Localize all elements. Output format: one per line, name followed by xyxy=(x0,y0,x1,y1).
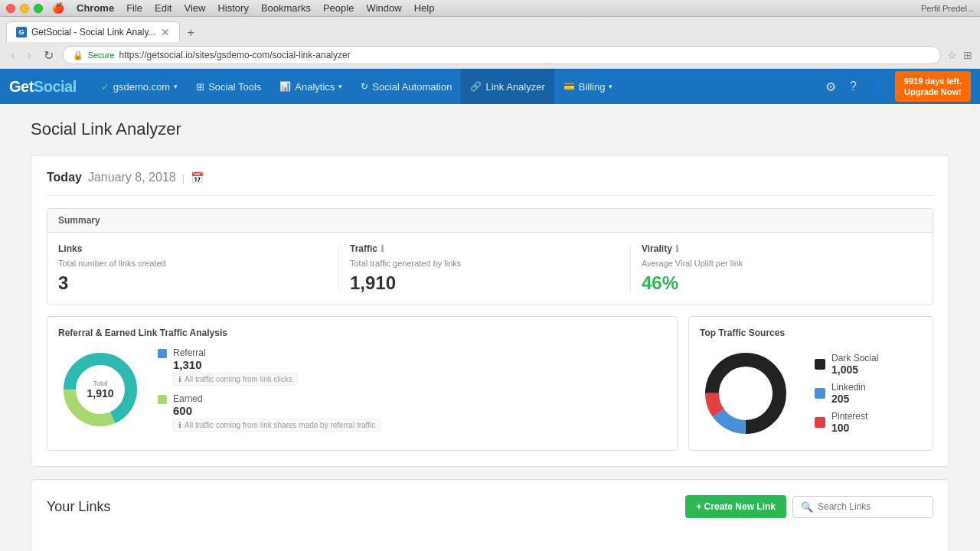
nav-item-gsdemo[interactable]: ✓ gsdemo.com ▾ xyxy=(92,69,187,104)
forward-button[interactable]: › xyxy=(24,47,34,64)
titlebar: 🍎 Chrome File Edit View History Bookmark… xyxy=(0,0,980,17)
menu-people[interactable]: People xyxy=(323,2,354,14)
nav-item-billing[interactable]: 💳 Billing ▾ xyxy=(554,69,622,104)
menu-bar: 🍎 Chrome File Edit View History Bookmark… xyxy=(52,2,434,14)
metric-traffic-label: Traffic ℹ xyxy=(350,243,619,254)
nav-billing-icon: 💳 xyxy=(564,81,575,92)
virality-help-icon[interactable]: ℹ xyxy=(675,243,679,254)
extensions-icon[interactable]: ⊞ xyxy=(963,49,972,61)
url-bar[interactable]: 🔒 Secure https://getsocial.io/sites/gsde… xyxy=(63,46,941,64)
earned-tooltip[interactable]: ℹ All traffic coming from link shares ma… xyxy=(173,419,381,432)
referral-donut: Total 1,910 xyxy=(58,347,142,432)
pinterest-dot xyxy=(815,417,825,428)
profile-name: Perfil Predel... xyxy=(921,4,974,13)
dark-social-name: Dark Social xyxy=(831,353,878,364)
help-icon[interactable]: ? xyxy=(845,75,861,98)
menu-file[interactable]: File xyxy=(126,2,142,14)
nav-billing-label: Billing xyxy=(579,81,606,93)
info-icon-earned: ℹ xyxy=(178,421,181,429)
minimize-button[interactable] xyxy=(20,4,29,13)
nav-social-tools-label: Social Tools xyxy=(208,81,261,93)
close-button[interactable] xyxy=(6,4,15,13)
maximize-button[interactable] xyxy=(34,4,43,13)
traffic-sources-title: Top Traffic Sources xyxy=(700,328,922,338)
upgrade-button[interactable]: 9919 days left. Upgrade Now! xyxy=(895,71,971,103)
your-links-card: Your Links + Create New Link 🔍 xyxy=(31,479,949,551)
reload-button[interactable]: ↻ xyxy=(41,47,57,64)
menu-edit[interactable]: Edit xyxy=(155,2,172,14)
legend-item-referral: Referral 1,310 ℹ All traffic coming from… xyxy=(158,347,381,386)
active-tab[interactable]: G GetSocial - Social Link Analy... ✕ xyxy=(6,21,180,42)
search-icon: 🔍 xyxy=(801,501,813,513)
tab-close-button[interactable]: ✕ xyxy=(161,26,170,38)
pinterest-value: 100 xyxy=(831,422,867,434)
svg-point-8 xyxy=(723,370,769,416)
window-controls[interactable] xyxy=(6,4,43,13)
your-links-title: Your Links xyxy=(47,499,110,515)
metric-links-value: 3 xyxy=(58,272,328,294)
search-links-box[interactable]: 🔍 xyxy=(792,496,933,518)
date-header: Today January 8, 2018 | 📅 xyxy=(47,171,933,196)
page-content: Social Link Analyzer Today January 8, 20… xyxy=(0,104,980,551)
traffic-sources-card: Top Traffic Sources xyxy=(688,316,933,451)
summary-metrics: Links Total number of links created 3 Tr… xyxy=(47,233,933,305)
tab-favicon: G xyxy=(16,27,27,37)
app-nav: GetSocial ✓ gsdemo.com ▾ ⊞ Social Tools … xyxy=(0,69,980,104)
tab-title: GetSocial - Social Link Analy... xyxy=(31,27,156,37)
nav-analytics-icon: 📊 xyxy=(279,81,291,92)
menu-history[interactable]: History xyxy=(217,2,248,14)
date-separator: | xyxy=(182,172,185,184)
calendar-icon[interactable]: 📅 xyxy=(191,171,204,184)
traffic-dark-social: Dark Social 1,005 xyxy=(815,353,878,376)
menu-chrome[interactable]: Chrome xyxy=(77,2,114,14)
user-icon[interactable]: 👤 xyxy=(866,75,890,99)
your-links-header: Your Links + Create New Link 🔍 xyxy=(47,495,933,518)
nav-billing-chevron: ▾ xyxy=(609,83,612,90)
linkedin-name: Linkedin xyxy=(831,382,866,393)
links-actions: + Create New Link 🔍 xyxy=(685,495,933,518)
nav-check-icon: ✓ xyxy=(101,81,109,93)
metric-virality-label: Virality ℹ xyxy=(642,243,911,254)
referral-dot xyxy=(158,349,167,358)
charts-row: Referral & Earned Link Traffic Analysis xyxy=(47,316,933,451)
new-tab-button[interactable]: + xyxy=(181,24,201,42)
secure-icon: 🔒 xyxy=(73,51,83,60)
earned-tooltip-text: All traffic coming from link shares made… xyxy=(185,421,375,429)
traffic-linkedin: Linkedin 205 xyxy=(815,382,878,405)
date-full-label: January 8, 2018 xyxy=(88,171,176,184)
earned-value: 600 xyxy=(173,404,381,417)
referral-name: Referral xyxy=(173,347,298,358)
metric-traffic-sub: Total traffic generated by links xyxy=(350,259,619,268)
app-logo[interactable]: GetSocial xyxy=(9,78,77,96)
referral-tooltip[interactable]: ℹ All traffic coming from link clicks xyxy=(173,373,298,386)
bookmark-icon[interactable]: ☆ xyxy=(947,49,957,61)
referral-chart-content: Total 1,910 Referral 1,310 ℹ xyxy=(58,347,666,432)
menu-help[interactable]: Help xyxy=(414,2,435,14)
traffic-legend: Dark Social 1,005 Linkedin 205 xyxy=(815,353,878,434)
settings-icon[interactable]: ⚙ xyxy=(821,75,841,99)
referral-chart-title: Referral & Earned Link Traffic Analysis xyxy=(58,328,666,338)
metric-links-label: Links xyxy=(58,243,328,254)
tabs-bar: G GetSocial - Social Link Analy... ✕ + xyxy=(0,17,980,42)
create-new-link-button[interactable]: + Create New Link xyxy=(685,495,786,518)
dark-social-info: Dark Social 1,005 xyxy=(831,353,878,376)
linkedin-dot xyxy=(815,388,825,399)
back-button[interactable]: ‹ xyxy=(8,47,18,64)
menu-window[interactable]: Window xyxy=(366,2,401,14)
earned-name: Earned xyxy=(173,393,381,404)
traffic-help-icon[interactable]: ℹ xyxy=(381,243,384,254)
menu-apple[interactable]: 🍎 xyxy=(52,2,64,14)
search-links-input[interactable] xyxy=(818,501,925,512)
metric-traffic: Traffic ℹ Total traffic generated by lin… xyxy=(339,243,631,294)
secure-label: Secure xyxy=(88,51,115,60)
pinterest-name: Pinterest xyxy=(831,411,867,422)
nav-item-analytics[interactable]: 📊 Analytics ▾ xyxy=(270,69,351,104)
nav-item-link-analyzer[interactable]: 🔗 Link Analyzer xyxy=(461,69,554,104)
nav-item-social-tools[interactable]: ⊞ Social Tools xyxy=(187,69,270,104)
menu-view[interactable]: View xyxy=(184,2,205,14)
nav-link-analyzer-icon: 🔗 xyxy=(470,81,482,92)
menu-bookmarks[interactable]: Bookmarks xyxy=(261,2,311,14)
referral-chart-card: Referral & Earned Link Traffic Analysis xyxy=(47,316,678,451)
nav-social-tools-icon: ⊞ xyxy=(196,81,204,93)
nav-item-social-automation[interactable]: ↻ Social Automation xyxy=(351,69,461,104)
